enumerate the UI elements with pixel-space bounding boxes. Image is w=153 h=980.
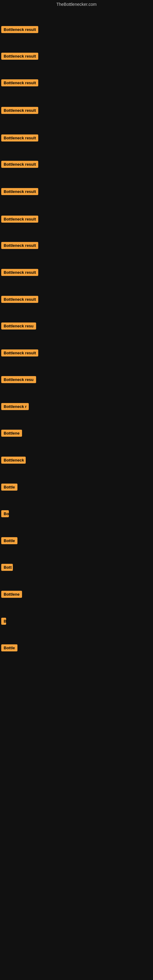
bottleneck-badge-17[interactable]: Bottleneck [1, 457, 26, 464]
result-row-9: Bottleneck result [1, 242, 38, 250]
result-row-19: Bo [1, 510, 9, 519]
bottleneck-badge-2[interactable]: Bottleneck result [1, 52, 38, 60]
bottleneck-badge-5[interactable]: Bottleneck result [1, 134, 38, 142]
bottleneck-badge-6[interactable]: Bottleneck result [1, 161, 38, 168]
result-row-18: Bottle [1, 484, 18, 492]
result-row-3: Bottleneck result [1, 79, 38, 88]
bottleneck-badge-1[interactable]: Bottleneck result [1, 26, 38, 33]
bottleneck-badge-10[interactable]: Bottleneck result [1, 269, 38, 276]
result-row-6: Bottleneck result [1, 161, 38, 169]
bottleneck-badge-9[interactable]: Bottleneck result [1, 242, 38, 249]
site-header: TheBottlenecker.com [0, 0, 153, 9]
bottleneck-badge-7[interactable]: Bottleneck result [1, 188, 38, 195]
bottleneck-badge-24[interactable]: Bottle [1, 644, 18, 651]
bottleneck-badge-8[interactable]: Bottleneck result [1, 216, 38, 223]
result-row-2: Bottleneck result [1, 52, 38, 61]
result-row-10: Bottleneck result [1, 269, 38, 277]
bottleneck-badge-3[interactable]: Bottleneck result [1, 79, 38, 86]
result-row-20: Bottle [1, 537, 18, 546]
result-row-14: Bottleneck resu [1, 376, 36, 384]
site-title: TheBottlenecker.com [0, 0, 153, 9]
result-row-11: Bottleneck result [1, 296, 38, 304]
result-row-5: Bottleneck result [1, 134, 38, 143]
bottleneck-badge-12[interactable]: Bottleneck resu [1, 323, 36, 329]
bottleneck-badge-14[interactable]: Bottleneck resu [1, 376, 36, 383]
bottleneck-badge-13[interactable]: Bottleneck result [1, 350, 38, 356]
result-row-7: Bottleneck result [1, 188, 38, 196]
result-row-23: B [1, 618, 6, 626]
bottleneck-badge-4[interactable]: Bottleneck result [1, 107, 38, 114]
result-row-1: Bottleneck result [1, 26, 38, 34]
bottleneck-badge-15[interactable]: Bottleneck r [1, 403, 29, 410]
bottleneck-badge-11[interactable]: Bottleneck result [1, 296, 38, 303]
result-row-8: Bottleneck result [1, 216, 38, 224]
bottleneck-badge-18[interactable]: Bottle [1, 484, 18, 491]
bottleneck-badge-22[interactable]: Bottlene [1, 591, 22, 598]
bottleneck-badge-16[interactable]: Bottlene [1, 430, 22, 437]
result-row-24: Bottle [1, 644, 18, 652]
bottleneck-badge-23[interactable]: B [1, 618, 6, 625]
bottleneck-badge-19[interactable]: Bo [1, 510, 9, 517]
result-row-15: Bottleneck r [1, 403, 29, 411]
result-row-17: Bottleneck [1, 457, 26, 465]
result-row-4: Bottleneck result [1, 107, 38, 115]
result-row-12: Bottleneck resu [1, 323, 36, 331]
bottleneck-badge-21[interactable]: Bott [1, 564, 13, 571]
results-container: Bottleneck resultBottleneck resultBottle… [0, 9, 153, 980]
result-row-21: Bott [1, 564, 13, 572]
result-row-22: Bottlene [1, 591, 22, 599]
result-row-13: Bottleneck result [1, 350, 38, 358]
bottleneck-badge-20[interactable]: Bottle [1, 537, 18, 544]
result-row-16: Bottlene [1, 430, 22, 438]
